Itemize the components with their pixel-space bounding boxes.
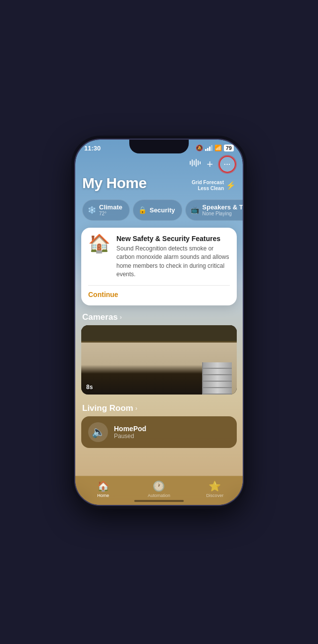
add-button[interactable]: + — [207, 158, 213, 171]
lightning-icon: ⚡ — [226, 181, 236, 190]
garage-shelf — [81, 325, 237, 343]
cameras-label: Cameras — [82, 312, 118, 322]
wifi-icon: 📶 — [214, 145, 222, 151]
safety-card: 🏠 New Safety & Security Features Sound R… — [81, 228, 237, 305]
status-time: 11:30 — [84, 145, 101, 152]
living-room-chevron-icon: › — [135, 404, 137, 412]
garage-door — [202, 362, 232, 395]
home-title-row: My Home Grid Forecast Less Clean ⚡ — [82, 175, 236, 192]
tv-icon: 📺 — [191, 206, 199, 214]
discover-tab-label: Discover — [206, 493, 223, 498]
notch — [129, 140, 189, 153]
homepod-info: HomePod Paused — [114, 425, 146, 440]
svg-rect-0 — [190, 161, 191, 165]
phone-frame: 11:30 🔕 📶 79 — [74, 139, 244, 506]
safety-divider — [88, 285, 230, 286]
category-pills: ❄️ Climate 72° 🔒 Security 📺 Speakers & T… — [75, 196, 243, 226]
living-room-label: Living Room — [82, 403, 133, 413]
homepod-card[interactable]: 🔈 HomePod Paused — [81, 416, 237, 448]
garage-wall — [81, 343, 237, 395]
ellipsis-icon: ··· — [224, 160, 231, 168]
header-area: + ··· My Home Grid Forecast Less Clean ⚡ — [75, 154, 243, 196]
grid-forecast-text: Grid Forecast Less Clean — [192, 180, 224, 192]
safety-house-icon: 🏠 — [88, 235, 110, 252]
pill-climate[interactable]: ❄️ Climate 72° — [82, 199, 130, 221]
svg-rect-5 — [200, 161, 201, 164]
tab-discover[interactable]: ⭐ Discover — [198, 480, 232, 498]
speaker-icon: 🔈 — [92, 426, 105, 439]
garage-door-panels — [203, 362, 232, 395]
pill-security[interactable]: 🔒 Security — [133, 199, 182, 221]
climate-icon: ❄️ — [88, 206, 96, 214]
header-controls: + ··· — [82, 156, 236, 173]
speakers-label: Speakers & TVs — [202, 203, 243, 211]
cameras-section-header[interactable]: Cameras › — [75, 307, 243, 325]
svg-rect-1 — [192, 159, 193, 166]
tab-home[interactable]: 🏠 Home — [86, 480, 120, 498]
tab-automation[interactable]: 🕐 Automation — [142, 480, 176, 498]
garage-scene — [81, 325, 237, 395]
waveform-icon[interactable] — [190, 159, 201, 169]
automation-tab-label: Automation — [148, 493, 170, 498]
home-indicator — [134, 500, 184, 502]
speakers-status: None Playing — [202, 211, 243, 217]
garage-clutter — [81, 365, 202, 395]
automation-tab-icon: 🕐 — [153, 480, 165, 492]
safety-card-header: 🏠 New Safety & Security Features Sound R… — [88, 235, 230, 279]
signal-bars-icon — [205, 145, 212, 151]
cameras-chevron-icon: › — [120, 313, 122, 321]
safety-content: New Safety & Security Features Sound Rec… — [116, 235, 230, 279]
camera-feed[interactable]: 8s — [81, 325, 237, 395]
phone-screen: 11:30 🔕 📶 79 — [75, 140, 243, 505]
safety-continue-button[interactable]: Continue — [88, 291, 230, 298]
homepod-name: HomePod — [114, 425, 146, 433]
homepod-status: Paused — [114, 433, 146, 440]
svg-rect-4 — [198, 160, 199, 165]
status-icons: 🔕 📶 79 — [196, 145, 234, 151]
climate-temp: 72° — [99, 211, 122, 217]
climate-label: Climate — [99, 203, 122, 211]
homepod-icon: 🔈 — [88, 422, 108, 442]
home-tab-icon: 🏠 — [97, 480, 109, 492]
safety-description: Sound Recognition detects smoke or carbo… — [116, 245, 230, 279]
home-title: My Home — [82, 175, 147, 192]
svg-rect-3 — [196, 159, 197, 167]
camera-timestamp: 8s — [86, 384, 93, 391]
mute-icon: 🔕 — [196, 145, 203, 151]
home-tab-label: Home — [97, 493, 109, 498]
pill-speakers[interactable]: 📺 Speakers & TVs None Playing — [185, 199, 243, 221]
lock-icon: 🔒 — [138, 206, 147, 214]
security-label: Security — [150, 206, 175, 214]
grid-forecast: Grid Forecast Less Clean ⚡ — [192, 180, 236, 192]
living-room-header[interactable]: Living Room › — [75, 398, 243, 416]
living-room-section: Living Room › 🔈 HomePod Paused — [75, 395, 243, 448]
svg-rect-2 — [194, 160, 195, 165]
discover-tab-icon: ⭐ — [209, 480, 221, 492]
more-options-button[interactable]: ··· — [219, 156, 236, 173]
battery-icon: 79 — [224, 145, 234, 151]
safety-title: New Safety & Security Features — [116, 235, 230, 243]
